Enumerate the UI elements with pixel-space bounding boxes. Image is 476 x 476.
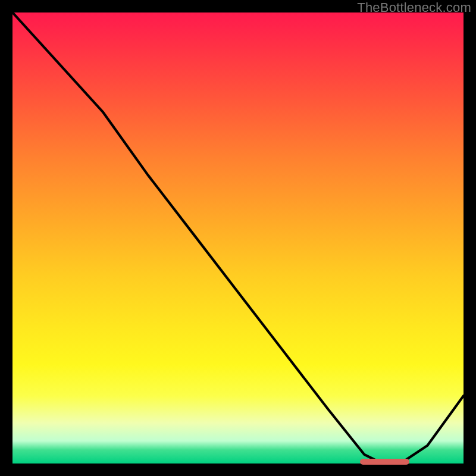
optimal-range-marker: [360, 459, 409, 465]
watermark-text: TheBottleneck.com: [357, 0, 471, 15]
curve-path: [12, 12, 464, 464]
bottleneck-curve: [12, 12, 464, 464]
